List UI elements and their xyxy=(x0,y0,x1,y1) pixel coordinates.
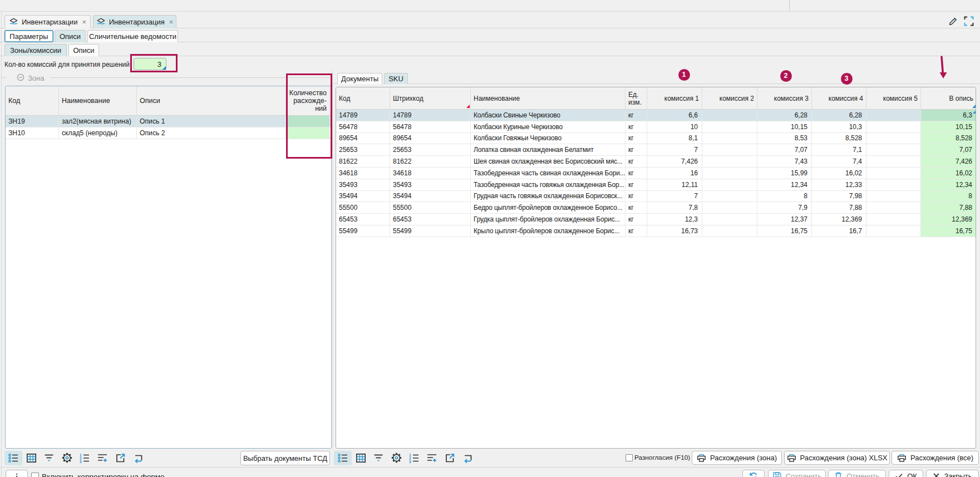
cell-name[interactable]: Грудная часть говяжья охлажденная Борисо… xyxy=(471,191,626,203)
cell-v_opis[interactable]: 6,3 xyxy=(921,110,976,121)
column-header-code[interactable]: Код xyxy=(336,87,390,109)
cell-k3[interactable]: 12,34 xyxy=(757,179,812,191)
cell-k2[interactable] xyxy=(702,144,757,156)
cell-k4[interactable]: 10,3 xyxy=(812,121,866,133)
table-row[interactable]: ЗН10склад5 (непроды)Опись 2 xyxy=(6,127,331,139)
tab-parametry[interactable]: Параметры xyxy=(4,30,53,42)
cell-barcode[interactable]: 89654 xyxy=(390,133,471,145)
table-row[interactable]: 2565325653Лопатка свиная охлажденная Бел… xyxy=(336,144,976,156)
cell-k1[interactable]: 10 xyxy=(647,121,702,133)
column-header-k1[interactable]: комиссия 1 xyxy=(647,87,702,109)
cell-v_opis[interactable]: 8 xyxy=(921,191,976,203)
cell-k4[interactable]: 7,88 xyxy=(812,202,866,214)
cell-code[interactable]: 35493 xyxy=(336,179,390,191)
cell-name[interactable]: Лопатка свиная охлажденная Белатмит xyxy=(471,144,626,156)
cell-barcode[interactable]: 14789 xyxy=(390,110,471,121)
toolbar-button-filter-icon[interactable] xyxy=(40,451,58,465)
cell-k1[interactable]: 16,73 xyxy=(647,225,702,237)
cell-k5[interactable] xyxy=(866,225,921,237)
cell-k4[interactable]: 16,7 xyxy=(812,225,866,237)
cell-v_opis[interactable]: 7,88 xyxy=(921,202,976,214)
toolbar-button-add-list-icon[interactable] xyxy=(423,451,441,465)
cell-name[interactable]: Тазобедренная часть свиная охлажденная Б… xyxy=(471,168,626,179)
cell-unit[interactable]: кг xyxy=(626,225,647,237)
cell-code[interactable]: 81622 xyxy=(336,156,390,168)
table-row[interactable]: 5550055500Бедро цыплят-бройлеров охлажде… xyxy=(336,202,976,214)
cell-k5[interactable] xyxy=(866,202,921,214)
cell-k3[interactable]: 12,37 xyxy=(757,214,812,225)
cell-k3[interactable]: 7,07 xyxy=(757,144,812,156)
cell-k1[interactable]: 7 xyxy=(647,191,702,203)
cell-name[interactable]: склад5 (непроды) xyxy=(59,127,137,139)
toolbar-button-table-grid-icon[interactable] xyxy=(22,451,40,465)
document-tab-inventarizatsii[interactable]: Инвентаризации× xyxy=(4,15,91,28)
cell-k2[interactable] xyxy=(702,110,757,121)
column-header-discrepancies[interactable]: Количество расхожде- ний xyxy=(286,86,330,115)
cell-barcode[interactable]: 55500 xyxy=(390,202,471,214)
cell-discrepancies[interactable] xyxy=(286,127,330,139)
cell-k4[interactable]: 12,369 xyxy=(812,214,866,225)
cell-k4[interactable]: 16,02 xyxy=(812,168,866,179)
cell-unit[interactable]: кг xyxy=(626,191,647,203)
cell-code[interactable]: 25653 xyxy=(336,144,390,156)
document-tab-inventarizatsiya[interactable]: Инвентаризация× xyxy=(93,15,176,28)
cell-barcode[interactable]: 55499 xyxy=(390,225,471,237)
right-tab-dokumenty[interactable]: Документы xyxy=(337,73,382,84)
cell-k4[interactable]: 7,4 xyxy=(812,156,866,168)
toolbar-button-gear-icon[interactable] xyxy=(58,451,76,465)
cell-k5[interactable] xyxy=(866,121,921,133)
cell-barcode[interactable]: 35494 xyxy=(390,191,471,203)
cell-name[interactable]: Колбаски Свиные Черкизово xyxy=(471,110,626,121)
column-header-filler[interactable] xyxy=(330,86,332,115)
cell-name[interactable]: Тазобедренная часть говяжья охлажденная … xyxy=(471,179,626,191)
cell-v_opis[interactable]: 12,369 xyxy=(921,214,976,225)
edit-pencil-button[interactable] xyxy=(948,16,961,29)
subtab-opisi[interactable]: Описи xyxy=(68,44,99,56)
refresh-button[interactable] xyxy=(742,470,765,477)
cell-code[interactable]: ЗН19 xyxy=(6,116,59,127)
tab-close-icon[interactable]: × xyxy=(169,18,174,26)
cell-unit[interactable]: кг xyxy=(626,133,647,145)
column-header-opisi[interactable]: Описи xyxy=(137,86,286,115)
cell-unit[interactable]: кг xyxy=(626,110,647,121)
tab-opisi[interactable]: Описи xyxy=(55,30,86,42)
toolbar-button-numbered-list-icon[interactable]: 123 xyxy=(405,451,423,465)
cell-code[interactable]: ЗН10 xyxy=(6,127,59,139)
toolbar-button-reload-icon[interactable] xyxy=(129,451,147,465)
cell-v_opis[interactable]: 7,07 xyxy=(921,144,976,156)
table-row[interactable]: 6545365453Грудка цыплят-бройлеров охлажд… xyxy=(336,214,976,225)
cell-code[interactable]: 56478 xyxy=(336,121,390,133)
cell-k5[interactable] xyxy=(866,179,921,191)
disagreements-checkbox[interactable] xyxy=(626,454,633,461)
cell-k2[interactable] xyxy=(702,168,757,179)
cell-k2[interactable] xyxy=(702,202,757,214)
cell-opisi[interactable]: Опись 1 xyxy=(137,116,286,127)
ok-button[interactable]: ОК xyxy=(889,470,923,477)
cell-code[interactable]: 65453 xyxy=(336,214,390,225)
commission-count-input[interactable]: 3 xyxy=(134,58,166,70)
cell-k1[interactable]: 12,3 xyxy=(647,214,702,225)
close-button[interactable]: Закрыть xyxy=(926,470,979,477)
cell-barcode[interactable]: 65453 xyxy=(390,214,471,225)
cell-v_opis[interactable]: 12,34 xyxy=(921,179,976,191)
cell-v_opis[interactable]: 16,02 xyxy=(921,168,976,179)
cell-code[interactable]: 55499 xyxy=(336,225,390,237)
table-row[interactable]: 1478914789Колбаски Свиные Черкизовокг6,6… xyxy=(336,110,976,121)
rashozhdeniya-vse-button[interactable]: Расхождения (все) xyxy=(892,451,979,465)
cell-k2[interactable] xyxy=(702,133,757,145)
cell-name[interactable]: Крыло цыплят-бройлеров охлажденное Борис… xyxy=(471,225,626,237)
select-tsd-documents-button[interactable]: Выбрать документы ТСД xyxy=(240,451,330,465)
cell-k2[interactable] xyxy=(702,214,757,225)
table-row[interactable]: 8965489654Колбаски Говяжьи Черкизовокг8,… xyxy=(336,133,976,145)
cell-name[interactable]: Грудка цыплят-бройлеров охлажденная Бори… xyxy=(471,214,626,225)
right-tab-sku[interactable]: SKU xyxy=(384,73,408,84)
cell-discrepancies[interactable] xyxy=(286,116,330,127)
cell-name[interactable]: Колбаски Говяжьи Черкизово xyxy=(471,133,626,145)
toolbar-button-gear-icon[interactable] xyxy=(387,451,405,465)
cell-code[interactable]: 55500 xyxy=(336,202,390,214)
cell-k5[interactable] xyxy=(866,191,921,203)
cell-barcode[interactable]: 56478 xyxy=(390,121,471,133)
cell-unit[interactable]: кг xyxy=(626,144,647,156)
cell-k3[interactable]: 8,53 xyxy=(757,133,812,145)
column-header-name[interactable]: Наименование xyxy=(471,87,626,109)
